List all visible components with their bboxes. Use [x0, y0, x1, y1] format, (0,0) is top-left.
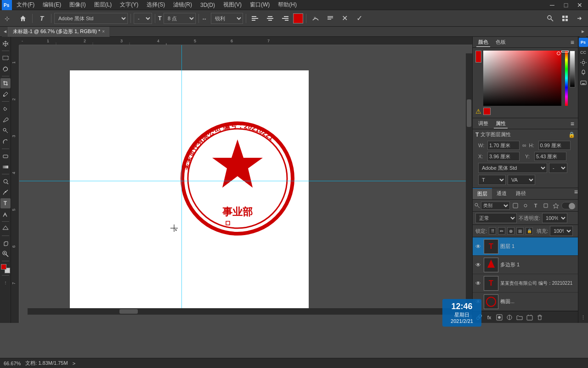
- layer-visibility-toggle[interactable]: 👁: [475, 280, 482, 287]
- tool-zoom[interactable]: [0, 249, 11, 259]
- text-warp-button[interactable]: T: [309, 12, 322, 25]
- menu-filter[interactable]: 滤镜(R): [170, 0, 196, 10]
- paths-tab[interactable]: 路径: [511, 188, 531, 199]
- tool-lasso[interactable]: [0, 64, 11, 74]
- tool-eyedropper[interactable]: [0, 89, 11, 99]
- y-input[interactable]: [534, 152, 566, 161]
- tool-path-select[interactable]: [0, 209, 11, 219]
- layer-type-filter[interactable]: T: [531, 201, 540, 210]
- layer-item[interactable]: 👁 多边形 1: [473, 256, 578, 274]
- prop-font-style-select[interactable]: -: [549, 163, 567, 173]
- document-tab[interactable]: 未标题-1 @ 66.7% (多边形 1, RGB/8) * ×: [8, 27, 110, 37]
- fill-select[interactable]: 100%: [550, 226, 573, 236]
- aa-method-select[interactable]: 锐利: [211, 13, 243, 24]
- status-arrow[interactable]: >: [73, 361, 75, 366]
- layer-fx-btn[interactable]: fx: [485, 313, 494, 322]
- layer-item[interactable]: 👁 T 图层 1: [473, 237, 578, 256]
- move-tool-icon[interactable]: ⊹: [2, 12, 15, 25]
- panel-menu-icon[interactable]: ≡: [571, 39, 574, 46]
- tool-gradient[interactable]: [0, 162, 11, 172]
- lock-all-btn[interactable]: 🔒: [526, 227, 533, 235]
- layer-visibility-toggle[interactable]: 👁: [475, 261, 482, 269]
- properties-tab[interactable]: 属性: [494, 119, 508, 128]
- expand-panel-btn[interactable]: ▶: [580, 27, 586, 37]
- layer-new-btn[interactable]: [525, 313, 534, 322]
- text-color-swatch[interactable]: [293, 13, 303, 23]
- layer-visibility-toggle[interactable]: 👁: [475, 298, 482, 305]
- h-scrollbar-thumb[interactable]: [119, 309, 138, 314]
- layer-effect-filter[interactable]: [551, 201, 560, 210]
- layer-item[interactable]: 👁 椭圆...: [473, 293, 578, 311]
- gamut-color-box[interactable]: [483, 108, 491, 115]
- close-button[interactable]: ✕: [573, 0, 586, 12]
- menu-window[interactable]: 窗口(W): [246, 0, 273, 10]
- prop-leading-select[interactable]: VA: [508, 175, 535, 185]
- prop-font-size-select[interactable]: T: [478, 175, 506, 185]
- color-tab[interactable]: 颜色: [476, 38, 490, 47]
- paragraph-button[interactable]: [324, 12, 337, 25]
- layer-delete-btn[interactable]: [535, 313, 544, 322]
- menu-view[interactable]: 视图(V): [220, 0, 245, 10]
- h-input[interactable]: [538, 141, 571, 150]
- layer-filter-toggle[interactable]: [561, 202, 576, 209]
- float-settings-icon[interactable]: [579, 58, 588, 67]
- layers-tab[interactable]: 图层: [473, 188, 492, 199]
- align-right-button[interactable]: [278, 12, 291, 25]
- layer-visibility-toggle[interactable]: 👁: [475, 243, 482, 250]
- menu-type[interactable]: 文字(Y): [116, 0, 142, 10]
- float-more-icon[interactable]: ⋮: [579, 313, 588, 322]
- search-button[interactable]: [544, 12, 557, 25]
- menu-edit[interactable]: 编辑(E): [39, 0, 65, 10]
- opacity-select[interactable]: 100%: [542, 213, 567, 223]
- prop-font-select[interactable]: Adobe 黑体 Std: [478, 163, 547, 173]
- tool-dodge[interactable]: [0, 176, 11, 186]
- layer-mask-btn[interactable]: [495, 313, 504, 322]
- type-tool-icon[interactable]: T: [35, 12, 48, 25]
- tool-marquee[interactable]: [0, 53, 11, 63]
- layer-adjustment-btn[interactable]: [505, 313, 514, 322]
- menu-image[interactable]: 图像(I): [66, 0, 89, 10]
- tool-history-brush[interactable]: [0, 137, 11, 147]
- minimize-button[interactable]: ─: [546, 0, 559, 12]
- foreground-color-box[interactable]: [475, 51, 481, 63]
- menu-file[interactable]: 文件(F): [13, 0, 38, 10]
- align-left-button[interactable]: [249, 12, 262, 25]
- layer-item[interactable]: 👁 T 某某责任有限公司 编号：20210221: [473, 274, 578, 293]
- lock-transparent-btn[interactable]: ⠿: [489, 227, 496, 235]
- tool-healing[interactable]: [0, 104, 11, 114]
- collapse-panel-btn[interactable]: ◀: [2, 27, 8, 37]
- hue-indicator[interactable]: [561, 51, 569, 52]
- menu-help[interactable]: 帮助(H): [274, 0, 300, 10]
- align-center-button[interactable]: [264, 12, 277, 25]
- home-button[interactable]: [17, 12, 29, 25]
- cancel-type-button[interactable]: ✕: [339, 12, 351, 25]
- properties-menu-icon[interactable]: ≡: [571, 120, 574, 127]
- menu-select[interactable]: 选择(S): [143, 0, 169, 10]
- tool-hand[interactable]: [0, 238, 11, 248]
- alpha-bar[interactable]: [570, 51, 575, 87]
- channels-tab[interactable]: 通道: [492, 188, 511, 199]
- tool-pen[interactable]: [0, 187, 11, 197]
- font-family-select[interactable]: Adobe 黑体 Std: [54, 13, 128, 24]
- layer-group-btn[interactable]: [515, 313, 524, 322]
- layer-filter-select[interactable]: 类别: [481, 201, 510, 210]
- hue-bar[interactable]: [565, 51, 568, 106]
- font-style-select[interactable]: -: [134, 13, 152, 24]
- menu-3d[interactable]: 3D(D): [197, 1, 219, 9]
- h-scrollbar[interactable]: [28, 308, 472, 315]
- layer-link-btn[interactable]: 🔗: [475, 313, 484, 322]
- v-scrollbar-thumb[interactable]: [467, 99, 471, 127]
- layer-pixel-filter[interactable]: [511, 201, 520, 210]
- tool-eraser[interactable]: [0, 151, 11, 161]
- lock-artboard-btn[interactable]: ⊞: [516, 227, 524, 235]
- float-bell-icon[interactable]: [579, 68, 588, 77]
- w-input[interactable]: [487, 141, 520, 150]
- adjustments-tab[interactable]: 调整: [476, 119, 490, 128]
- x-input[interactable]: [487, 152, 520, 161]
- float-keyboard-icon[interactable]: [579, 78, 588, 87]
- color-gradient-picker[interactable]: [483, 51, 561, 106]
- fg-bg-colors[interactable]: [1, 264, 10, 273]
- tool-move[interactable]: [0, 39, 11, 49]
- view-mode-button[interactable]: [559, 12, 571, 25]
- v-scrollbar[interactable]: [466, 53, 472, 308]
